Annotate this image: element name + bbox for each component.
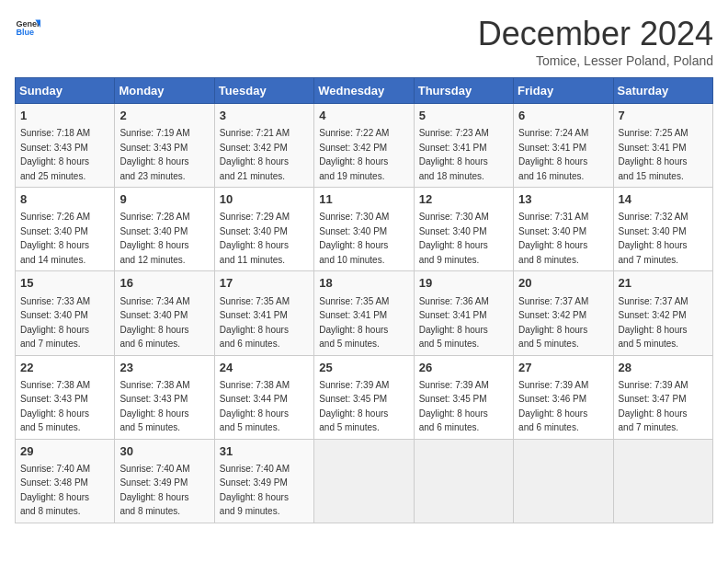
day-info: Sunrise: 7:40 AM Sunset: 3:49 PM Dayligh…: [220, 464, 290, 517]
day-number: 19: [419, 275, 508, 292]
calendar-week-row: 22Sunrise: 7:38 AM Sunset: 3:43 PM Dayli…: [16, 355, 713, 439]
day-info: Sunrise: 7:37 AM Sunset: 3:42 PM Dayligh…: [619, 296, 688, 350]
day-number: 20: [518, 275, 608, 292]
calendar-cell: [514, 439, 613, 523]
day-number: 22: [20, 360, 109, 376]
calendar-week-row: 15Sunrise: 7:33 AM Sunset: 3:40 PM Dayli…: [16, 271, 713, 355]
day-number: 30: [119, 443, 209, 460]
day-info: Sunrise: 7:33 AM Sunset: 3:40 PM Dayligh…: [20, 296, 90, 350]
day-number: 23: [119, 360, 209, 376]
page-title: December 2024: [478, 15, 713, 53]
day-number: 8: [20, 191, 109, 208]
calendar-cell: 31Sunrise: 7:40 AM Sunset: 3:49 PM Dayli…: [214, 439, 313, 523]
weekday-header-friday: Friday: [514, 78, 613, 104]
day-info: Sunrise: 7:30 AM Sunset: 3:40 PM Dayligh…: [319, 212, 389, 265]
calendar-cell: 13Sunrise: 7:31 AM Sunset: 3:40 PM Dayli…: [514, 188, 613, 271]
day-info: Sunrise: 7:18 AM Sunset: 3:43 PM Dayligh…: [20, 128, 90, 181]
day-info: Sunrise: 7:22 AM Sunset: 3:42 PM Dayligh…: [319, 128, 389, 181]
page-subtitle: Tomice, Lesser Poland, Poland: [478, 53, 713, 68]
day-number: 3: [220, 108, 309, 124]
day-number: 5: [419, 108, 508, 124]
calendar-cell: [414, 439, 513, 523]
header: General Blue December 2024 Tomice, Lesse…: [15, 15, 713, 68]
calendar-cell: 29Sunrise: 7:40 AM Sunset: 3:48 PM Dayli…: [16, 439, 115, 523]
day-number: 21: [619, 275, 708, 292]
day-info: Sunrise: 7:38 AM Sunset: 3:44 PM Dayligh…: [220, 380, 290, 433]
calendar-cell: 4Sunrise: 7:22 AM Sunset: 3:42 PM Daylig…: [314, 104, 414, 188]
calendar-cell: 19Sunrise: 7:36 AM Sunset: 3:41 PM Dayli…: [414, 271, 513, 355]
calendar-cell: 6Sunrise: 7:24 AM Sunset: 3:41 PM Daylig…: [514, 104, 613, 188]
day-info: Sunrise: 7:40 AM Sunset: 3:49 PM Dayligh…: [119, 464, 189, 517]
day-info: Sunrise: 7:23 AM Sunset: 3:41 PM Dayligh…: [419, 128, 489, 181]
calendar-cell: 25Sunrise: 7:39 AM Sunset: 3:45 PM Dayli…: [314, 355, 414, 439]
weekday-header-wednesday: Wednesday: [314, 78, 414, 104]
calendar-cell: 15Sunrise: 7:33 AM Sunset: 3:40 PM Dayli…: [16, 271, 115, 355]
day-number: 4: [319, 108, 408, 124]
day-info: Sunrise: 7:39 AM Sunset: 3:47 PM Dayligh…: [619, 380, 688, 433]
day-info: Sunrise: 7:32 AM Sunset: 3:40 PM Dayligh…: [619, 212, 688, 265]
weekday-header-thursday: Thursday: [414, 78, 513, 104]
day-info: Sunrise: 7:31 AM Sunset: 3:40 PM Dayligh…: [518, 212, 588, 265]
calendar-cell: 23Sunrise: 7:38 AM Sunset: 3:43 PM Dayli…: [115, 355, 214, 439]
day-number: 7: [619, 108, 708, 124]
day-info: Sunrise: 7:34 AM Sunset: 3:40 PM Dayligh…: [119, 296, 189, 350]
day-number: 24: [220, 360, 309, 376]
weekday-header-row: SundayMondayTuesdayWednesdayThursdayFrid…: [16, 78, 713, 104]
day-number: 1: [20, 108, 109, 124]
day-info: Sunrise: 7:35 AM Sunset: 3:41 PM Dayligh…: [319, 296, 389, 350]
weekday-header-tuesday: Tuesday: [214, 78, 313, 104]
calendar-table: SundayMondayTuesdayWednesdayThursdayFrid…: [15, 77, 713, 523]
calendar-cell: 24Sunrise: 7:38 AM Sunset: 3:44 PM Dayli…: [214, 355, 313, 439]
day-info: Sunrise: 7:38 AM Sunset: 3:43 PM Dayligh…: [119, 380, 189, 433]
calendar-cell: [314, 439, 414, 523]
title-area: December 2024 Tomice, Lesser Poland, Pol…: [478, 15, 713, 68]
calendar-cell: 1Sunrise: 7:18 AM Sunset: 3:43 PM Daylig…: [16, 104, 115, 188]
day-number: 16: [119, 275, 209, 292]
day-info: Sunrise: 7:36 AM Sunset: 3:41 PM Dayligh…: [419, 296, 489, 350]
day-info: Sunrise: 7:29 AM Sunset: 3:40 PM Dayligh…: [220, 212, 290, 265]
calendar-cell: 11Sunrise: 7:30 AM Sunset: 3:40 PM Dayli…: [314, 188, 414, 271]
day-number: 9: [119, 191, 209, 208]
day-number: 6: [518, 108, 608, 124]
day-info: Sunrise: 7:25 AM Sunset: 3:41 PM Dayligh…: [619, 128, 688, 181]
day-info: Sunrise: 7:19 AM Sunset: 3:43 PM Dayligh…: [119, 128, 189, 181]
svg-text:Blue: Blue: [16, 28, 34, 37]
calendar-cell: 27Sunrise: 7:39 AM Sunset: 3:46 PM Dayli…: [514, 355, 613, 439]
calendar-cell: 26Sunrise: 7:39 AM Sunset: 3:45 PM Dayli…: [414, 355, 513, 439]
day-number: 15: [20, 275, 109, 292]
calendar-cell: 5Sunrise: 7:23 AM Sunset: 3:41 PM Daylig…: [414, 104, 513, 188]
day-info: Sunrise: 7:38 AM Sunset: 3:43 PM Dayligh…: [20, 380, 90, 433]
day-info: Sunrise: 7:28 AM Sunset: 3:40 PM Dayligh…: [119, 212, 189, 265]
day-number: 26: [419, 360, 508, 376]
day-number: 17: [220, 275, 309, 292]
day-info: Sunrise: 7:26 AM Sunset: 3:40 PM Dayligh…: [20, 212, 90, 265]
day-number: 13: [518, 191, 608, 208]
calendar-cell: 8Sunrise: 7:26 AM Sunset: 3:40 PM Daylig…: [16, 188, 115, 271]
day-number: 28: [619, 360, 708, 376]
day-info: Sunrise: 7:21 AM Sunset: 3:42 PM Dayligh…: [220, 128, 290, 181]
calendar-cell: 17Sunrise: 7:35 AM Sunset: 3:41 PM Dayli…: [214, 271, 313, 355]
calendar-cell: 10Sunrise: 7:29 AM Sunset: 3:40 PM Dayli…: [214, 188, 313, 271]
day-info: Sunrise: 7:35 AM Sunset: 3:41 PM Dayligh…: [220, 296, 290, 350]
calendar-cell: 22Sunrise: 7:38 AM Sunset: 3:43 PM Dayli…: [16, 355, 115, 439]
weekday-header-monday: Monday: [115, 78, 214, 104]
calendar-cell: 28Sunrise: 7:39 AM Sunset: 3:47 PM Dayli…: [613, 355, 712, 439]
weekday-header-saturday: Saturday: [613, 78, 712, 104]
day-info: Sunrise: 7:39 AM Sunset: 3:45 PM Dayligh…: [319, 380, 389, 433]
day-number: 29: [20, 443, 109, 460]
day-number: 18: [319, 275, 408, 292]
weekday-header-sunday: Sunday: [16, 78, 115, 104]
day-info: Sunrise: 7:37 AM Sunset: 3:42 PM Dayligh…: [518, 296, 588, 350]
day-number: 25: [319, 360, 408, 376]
logo: General Blue: [15, 15, 40, 40]
day-info: Sunrise: 7:24 AM Sunset: 3:41 PM Dayligh…: [518, 128, 588, 181]
day-info: Sunrise: 7:39 AM Sunset: 3:46 PM Dayligh…: [518, 380, 588, 433]
calendar-cell: 12Sunrise: 7:30 AM Sunset: 3:40 PM Dayli…: [414, 188, 513, 271]
day-number: 14: [619, 191, 708, 208]
calendar-cell: 14Sunrise: 7:32 AM Sunset: 3:40 PM Dayli…: [613, 188, 712, 271]
calendar-cell: 30Sunrise: 7:40 AM Sunset: 3:49 PM Dayli…: [115, 439, 214, 523]
day-number: 12: [419, 191, 508, 208]
day-number: 10: [220, 191, 309, 208]
day-number: 27: [518, 360, 608, 376]
calendar-cell: 2Sunrise: 7:19 AM Sunset: 3:43 PM Daylig…: [115, 104, 214, 188]
